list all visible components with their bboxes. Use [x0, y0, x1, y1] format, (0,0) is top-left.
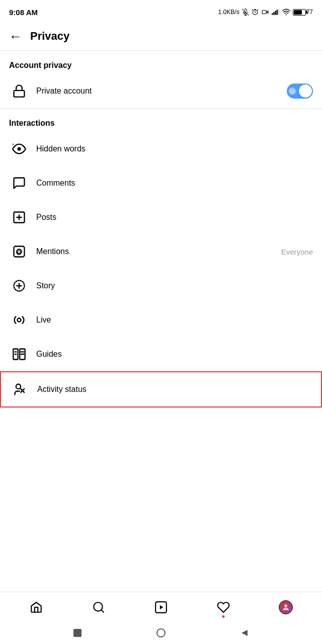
account-privacy-section-label: Account privacy — [0, 51, 322, 74]
sys-back-button[interactable] — [238, 627, 251, 639]
hidden-words-label: Hidden words — [36, 144, 313, 153]
nav-reels[interactable] — [147, 595, 175, 620]
hidden-words-row[interactable]: Hidden words — [0, 132, 322, 166]
story-row[interactable]: Story — [0, 269, 322, 303]
comments-icon — [9, 173, 29, 193]
nav-home[interactable] — [22, 595, 50, 620]
svg-rect-9 — [278, 9, 279, 15]
live-label: Live — [36, 315, 313, 325]
guides-row[interactable]: Guides — [0, 337, 322, 371]
network-speed: 1.0KB/s — [218, 9, 239, 16]
status-bar: 9:08 AM 1.0KB/s — [0, 0, 322, 22]
status-time: 9:08 AM — [9, 8, 38, 17]
circle-icon — [156, 628, 166, 637]
system-nav-bar — [0, 622, 322, 644]
posts-icon — [9, 207, 29, 227]
guides-label: Guides — [36, 350, 313, 359]
svg-marker-38 — [242, 630, 248, 636]
svg-rect-7 — [275, 11, 276, 15]
page-title: Privacy — [30, 30, 69, 43]
comments-label: Comments — [36, 179, 313, 188]
activity-status-row[interactable]: Activity status — [0, 371, 322, 408]
bottom-navigation — [0, 592, 322, 622]
header: ← Privacy — [0, 22, 322, 50]
svg-marker-36 — [160, 605, 164, 609]
posts-label: Posts — [36, 213, 313, 222]
home-icon — [30, 601, 43, 614]
wifi-icon — [282, 9, 290, 16]
svg-rect-6 — [273, 12, 274, 15]
svg-text:@: @ — [16, 248, 22, 256]
live-icon — [9, 310, 29, 330]
svg-point-12 — [18, 147, 21, 151]
mentions-icon: @ — [9, 242, 29, 262]
profile-avatar — [279, 600, 293, 614]
interactions-section-label: Interactions — [0, 109, 322, 132]
mentions-value: Everyone — [281, 248, 313, 256]
svg-rect-4 — [262, 11, 266, 14]
triangle-back-icon — [240, 629, 249, 637]
battery-icon: 77 — [293, 9, 313, 16]
signal-icon — [272, 9, 280, 16]
mentions-row[interactable]: @ Mentions Everyone — [0, 234, 322, 269]
sys-square-button[interactable] — [71, 627, 84, 639]
story-label: Story — [36, 281, 313, 290]
lock-icon — [9, 81, 29, 101]
private-account-toggle[interactable] — [287, 84, 313, 99]
private-account-label: Private account — [36, 87, 287, 96]
svg-rect-5 — [272, 13, 273, 15]
activity-status-icon — [10, 379, 30, 399]
toggle-switch[interactable] — [287, 84, 313, 99]
reels-icon — [154, 601, 168, 614]
svg-point-23 — [18, 318, 21, 322]
live-row[interactable]: Live — [0, 303, 322, 337]
guides-icon — [9, 344, 29, 364]
mute-icon — [242, 9, 249, 16]
back-button[interactable]: ← — [9, 30, 22, 43]
notifications-dot — [222, 615, 225, 618]
svg-point-37 — [284, 604, 287, 607]
nav-notifications[interactable] — [209, 595, 237, 620]
comments-row[interactable]: Comments — [0, 166, 322, 200]
nav-profile[interactable] — [272, 595, 300, 620]
sys-home-button[interactable] — [155, 627, 167, 639]
hidden-words-icon — [9, 139, 29, 159]
svg-line-34 — [101, 610, 104, 612]
story-icon — [9, 276, 29, 296]
battery-percent: 77 — [306, 9, 313, 16]
svg-point-10 — [286, 14, 287, 15]
video-icon — [261, 9, 269, 16]
private-account-row[interactable]: Private account — [0, 74, 322, 108]
svg-rect-8 — [276, 10, 277, 15]
status-right-icons: 1.0KB/s — [218, 9, 313, 16]
search-icon — [92, 601, 105, 614]
mentions-label: Mentions — [36, 247, 281, 256]
svg-rect-11 — [14, 91, 25, 97]
square-icon — [73, 629, 82, 637]
svg-point-30 — [16, 384, 21, 389]
heart-icon — [217, 601, 230, 614]
posts-row[interactable]: Posts — [0, 200, 322, 234]
nav-search[interactable] — [85, 595, 113, 620]
activity-status-label: Activity status — [37, 385, 312, 394]
alarm-icon — [252, 9, 259, 16]
